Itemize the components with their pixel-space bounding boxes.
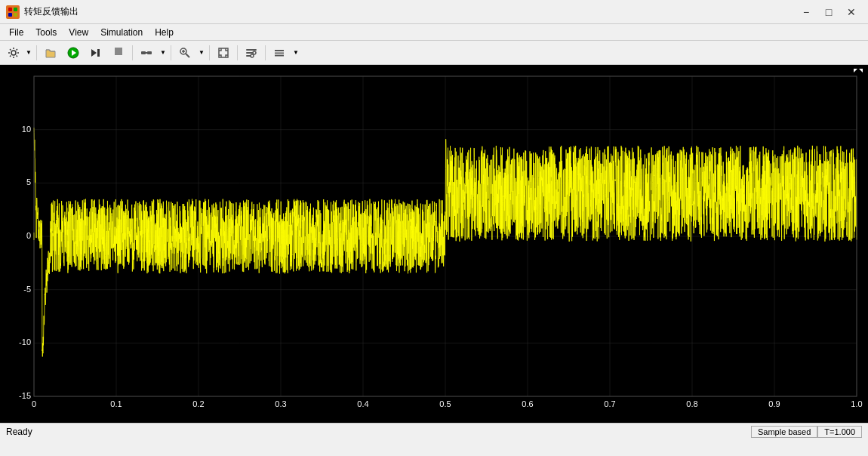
svg-point-18 — [253, 51, 256, 54]
window-title: 转矩反馈输出 — [24, 5, 78, 18]
menu-tools[interactable]: Tools — [29, 26, 63, 39]
fit-button[interactable] — [213, 43, 234, 63]
stop-button[interactable] — [108, 43, 129, 63]
time-label: T=1.000 — [817, 426, 862, 438]
sep5 — [237, 45, 238, 60]
sep2 — [132, 45, 133, 60]
sep6 — [265, 45, 266, 60]
style-dropdown[interactable]: ▼ — [291, 43, 300, 63]
svg-rect-3 — [14, 13, 17, 17]
open-button[interactable] — [40, 43, 61, 63]
svg-rect-11 — [147, 51, 152, 54]
sep4 — [209, 45, 210, 60]
svg-point-4 — [11, 51, 16, 55]
menu-help[interactable]: Help — [149, 26, 180, 39]
settings-dropdown[interactable]: ▼ — [24, 43, 33, 63]
svg-rect-17 — [219, 48, 228, 57]
titlebar-left: 转矩反馈输出 — [6, 5, 78, 19]
svg-rect-21 — [275, 52, 284, 54]
svg-marker-7 — [91, 49, 97, 57]
titlebar: 转矩反馈输出 − □ ✕ — [0, 0, 868, 24]
minimize-button[interactable]: − — [796, 4, 817, 20]
zoom-button[interactable] — [174, 43, 195, 63]
plot-container — [0, 65, 868, 423]
expand-icon[interactable] — [853, 68, 863, 81]
status-ready: Ready — [6, 427, 32, 437]
menu-file[interactable]: File — [3, 26, 29, 39]
app-icon — [6, 5, 20, 19]
plot-canvas — [0, 65, 868, 423]
connect-button[interactable] — [136, 43, 157, 63]
sep3 — [171, 45, 171, 60]
svg-rect-8 — [97, 49, 100, 57]
menu-simulation[interactable]: Simulation — [94, 26, 149, 39]
settings-button[interactable] — [3, 43, 24, 63]
svg-rect-9 — [115, 48, 122, 55]
connect-dropdown[interactable]: ▼ — [159, 43, 168, 63]
window-controls: − □ ✕ — [796, 4, 862, 20]
svg-line-14 — [186, 54, 189, 57]
status-right: Sample based T=1.000 — [751, 426, 862, 438]
settings-group: ▼ — [3, 43, 33, 63]
params-button[interactable] — [241, 43, 262, 63]
style-button[interactable] — [269, 43, 290, 63]
svg-rect-1 — [14, 8, 17, 11]
svg-rect-2 — [8, 13, 12, 17]
step-button[interactable] — [85, 43, 106, 63]
menu-view[interactable]: View — [63, 26, 94, 39]
svg-rect-10 — [141, 51, 146, 54]
toolbar: ▼ ▼ — [0, 41, 868, 65]
run-button[interactable] — [63, 43, 84, 63]
zoom-dropdown[interactable]: ▼ — [197, 43, 206, 63]
sep1 — [36, 45, 37, 60]
statusbar: Ready Sample based T=1.000 — [0, 423, 868, 439]
svg-rect-0 — [8, 8, 12, 11]
svg-rect-20 — [275, 50, 284, 51]
svg-point-19 — [251, 54, 254, 57]
close-button[interactable]: ✕ — [841, 4, 862, 20]
sample-based-label: Sample based — [751, 426, 817, 438]
maximize-button[interactable]: □ — [818, 4, 839, 20]
menubar: File Tools View Simulation Help — [0, 24, 868, 41]
svg-rect-22 — [275, 54, 284, 56]
